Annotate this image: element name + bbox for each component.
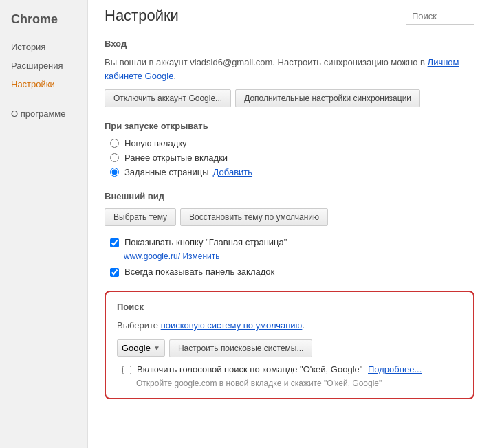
- sidebar-item-extensions[interactable]: Расширения: [0, 56, 87, 75]
- radio-pages-label: Заданные страницы: [124, 167, 209, 177]
- search-controls: Google ▼ Настроить поисковые системы...: [117, 339, 462, 357]
- startup-option-new-tab: Новую вкладку: [105, 138, 474, 148]
- show-bookmarks-checkbox[interactable]: [110, 268, 119, 277]
- show-home-label: Показывать кнопку "Главная страница": [124, 237, 287, 247]
- signin-desc-2: .: [173, 71, 176, 81]
- voice-search-option: Включить голосовой поиск по команде "О'к…: [117, 364, 462, 374]
- radio-prev-tabs-label: Ранее открытые вкладки: [124, 153, 228, 163]
- voice-search-checkbox[interactable]: [122, 366, 131, 374]
- sync-settings-button[interactable]: Дополнительные настройки синхронизации: [235, 89, 420, 107]
- signin-desc-1: Вы вошли в аккаунт vladsid6@gmail.com. Н…: [105, 57, 428, 67]
- search-engine-select[interactable]: Google: [122, 343, 162, 353]
- show-bookmarks-option: Всегда показывать панель закладок: [105, 267, 474, 277]
- default-search-link[interactable]: поисковую систему по умолчанию: [161, 320, 303, 331]
- search-title: Поиск: [117, 302, 462, 312]
- disconnect-account-button[interactable]: Отключить аккаунт Google...: [105, 89, 231, 107]
- sidebar-item-history[interactable]: История: [0, 38, 87, 56]
- search-description: Выберите поисковую систему по умолчанию.: [117, 319, 462, 333]
- search-desc-1: Выберите: [117, 320, 161, 331]
- theme-buttons: Выбрать тему Восстановить тему по умолча…: [105, 208, 474, 226]
- signin-title: Вход: [105, 38, 474, 49]
- search-input[interactable]: [406, 8, 474, 25]
- page-header: Настройки: [105, 7, 474, 27]
- voice-section: Включить голосовой поиск по команде "О'к…: [117, 364, 462, 388]
- show-home-option: Показывать кнопку "Главная страница": [105, 237, 474, 247]
- home-url: www.google.ru/: [124, 251, 180, 261]
- home-url-row: www.google.ru/ Изменить: [105, 251, 474, 261]
- choose-theme-button[interactable]: Выбрать тему: [105, 208, 176, 226]
- appearance-title: Внешний вид: [105, 191, 474, 201]
- startup-option-prev-tabs: Ранее открытые вкладки: [105, 153, 474, 163]
- search-engine-select-wrapper[interactable]: Google ▼: [117, 339, 165, 357]
- add-pages-link[interactable]: Добавить: [213, 167, 252, 177]
- search-section: Поиск Выберите поисковую систему по умол…: [105, 291, 474, 399]
- sidebar-item-about[interactable]: О программе: [0, 104, 87, 123]
- app-title: Chrome: [0, 7, 87, 38]
- sidebar-item-settings[interactable]: Настройки: [0, 75, 87, 93]
- signin-info: Вы вошли в аккаунт vladsid6@gmail.com. Н…: [105, 56, 474, 82]
- sidebar: Chrome История Расширения Настройки О пр…: [0, 0, 88, 448]
- show-bookmarks-label: Всегда показывать панель закладок: [124, 267, 274, 277]
- radio-pages[interactable]: [110, 168, 119, 177]
- search-desc-2: .: [302, 320, 305, 331]
- voice-details-link[interactable]: Подробнее...: [368, 364, 422, 374]
- appearance-section: Внешний вид Выбрать тему Восстановить те…: [105, 191, 474, 277]
- startup-option-pages: Заданные страницы Добавить: [105, 167, 474, 177]
- radio-new-tab[interactable]: [110, 139, 119, 148]
- voice-search-label: Включить голосовой поиск по команде "О'к…: [137, 364, 422, 374]
- signin-section: Вход Вы вошли в аккаунт vladsid6@gmail.c…: [105, 38, 474, 107]
- main-content: Настройки Вход Вы вошли в аккаунт vladsi…: [88, 0, 491, 448]
- radio-new-tab-label: Новую вкладку: [124, 138, 187, 148]
- page-title: Настройки: [105, 7, 179, 25]
- signin-buttons: Отключить аккаунт Google... Дополнительн…: [105, 89, 474, 107]
- change-home-url-link[interactable]: Изменить: [182, 251, 219, 261]
- startup-title: При запуске открывать: [105, 121, 474, 131]
- configure-search-button[interactable]: Настроить поисковые системы...: [169, 339, 313, 357]
- restore-theme-button[interactable]: Восстановить тему по умолчанию: [180, 208, 328, 226]
- show-home-checkbox[interactable]: [110, 238, 119, 247]
- startup-section: При запуске открывать Новую вкладку Ране…: [105, 121, 474, 177]
- radio-prev-tabs[interactable]: [110, 153, 119, 162]
- voice-hint: Откройте google.com в новой вкладке и ск…: [117, 379, 462, 388]
